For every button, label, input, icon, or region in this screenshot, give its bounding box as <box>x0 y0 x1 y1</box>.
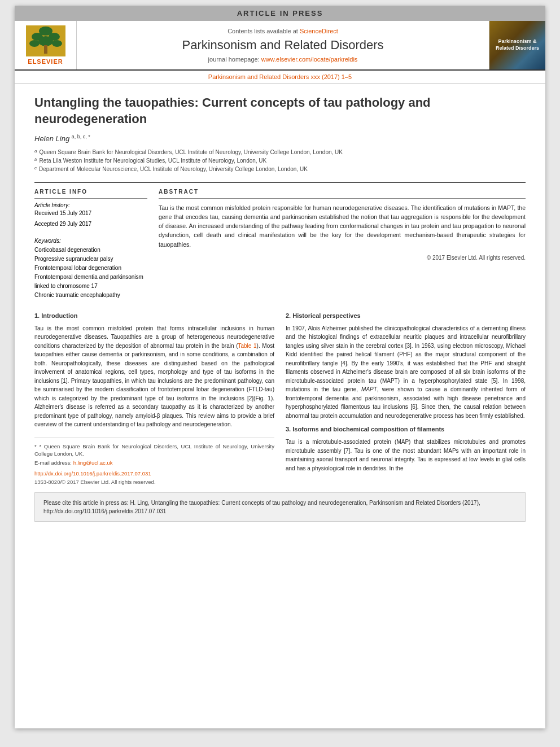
citation-text: Parkinsonism and Related Disorders xxx (… <box>208 73 352 80</box>
doi-line: http://dx.doi.org/10.1016/j.parkreldis.2… <box>34 470 274 478</box>
elsevier-brand-text: ELSEVIER <box>28 58 63 65</box>
affiliations: a Queen Square Brain Bank for Neurologic… <box>34 148 526 173</box>
sciencedirect-line: Contents lists available at ScienceDirec… <box>228 28 338 34</box>
elsevier-tree-image <box>26 25 65 56</box>
isoforms-heading: 3. Isoforms and biochemical composition … <box>286 425 526 434</box>
bottom-citation-box: Please cite this article in press as: H.… <box>34 492 526 522</box>
svg-point-4 <box>29 40 40 47</box>
header-divider <box>34 182 526 183</box>
article-info-panel: ARTICLE INFO Article history: Received 1… <box>34 189 147 300</box>
abstract-text: Tau is the most common misfolded protein… <box>159 203 526 249</box>
abstract-panel: ABSTRACT Tau is the most common misfolde… <box>159 189 526 300</box>
svg-point-6 <box>52 40 62 47</box>
article-info-title: ARTICLE INFO <box>34 189 147 195</box>
page: ARTICLE IN PRESS ELSEVIER <box>15 6 545 728</box>
footnote-asterisk-text: * Queen Square Brain Bank for Neurologic… <box>34 443 274 457</box>
article-title: Untangling the tauopathies: Current conc… <box>34 95 526 127</box>
email-label: E-mail address: <box>34 460 72 466</box>
table1-ref[interactable]: Table 1 <box>238 343 256 349</box>
body-col-left: 1. Introduction Tau is the most common m… <box>34 311 274 487</box>
footnote-email-line: E-mail address: h.ling@ucl.ac.uk <box>34 459 274 466</box>
email-link[interactable]: h.ling@ucl.ac.uk <box>73 460 113 466</box>
sciencedirect-link[interactable]: ScienceDirect <box>300 28 338 34</box>
aip-banner: ARTICLE IN PRESS <box>15 6 545 21</box>
historical-para-1: In 1907, Alois Alzheimer published the c… <box>286 324 526 421</box>
elsevier-logo: ELSEVIER <box>15 21 77 69</box>
affiliation-1: a Queen Square Brain Bank for Neurologic… <box>34 148 526 156</box>
received-date: Received 15 July 2017 <box>34 210 147 216</box>
abstract-title: ABSTRACT <box>159 189 526 195</box>
historical-heading: 2. Historical perspectives <box>286 311 526 321</box>
bottom-citation-text: Please cite this article in press as: H.… <box>43 500 480 514</box>
issn-line: 1353-8020/© 2017 Elsevier Ltd. All right… <box>34 478 274 487</box>
author-sup: a, b, c, * <box>72 134 90 139</box>
keyword-4: Frontotemporal dementia and parkinsonism… <box>34 273 147 291</box>
keywords-label: Keywords: <box>34 238 147 244</box>
keyword-3: Frontotemporal lobar degeneration <box>34 264 147 273</box>
homepage-line: journal homepage: www.elsevier.com/locat… <box>208 56 358 63</box>
article-content: Untangling the tauopathies: Current conc… <box>15 84 545 530</box>
keyword-1: Corticobasal degeneration <box>34 246 147 255</box>
footnote-asterisk: * * Queen Square Brain Bank for Neurolog… <box>34 443 274 458</box>
svg-point-5 <box>38 36 53 46</box>
citation-line: Parkinsonism and Related Disorders xxx (… <box>15 71 545 84</box>
body-columns: 1. Introduction Tau is the most common m… <box>34 311 526 487</box>
intro-heading: 1. Introduction <box>34 311 274 321</box>
journal-cover-image: Parkinsonism & Related Disorders <box>489 21 545 69</box>
keyword-2: Progressive supranuclear palsy <box>34 255 147 264</box>
body-col-right: 2. Historical perspectives In 1907, Aloi… <box>286 311 526 487</box>
info-abstract-section: ARTICLE INFO Article history: Received 1… <box>34 189 526 300</box>
journal-title-display: Parkinsonism and Related Disorders <box>182 38 383 53</box>
author-name: Helen Ling <box>34 135 69 143</box>
svg-rect-7 <box>44 45 47 54</box>
intro-para-1: Tau is the most common misfolded protein… <box>34 324 274 429</box>
affiliation-3: c Department of Molecular Neuroscience, … <box>34 165 526 173</box>
doi-link[interactable]: http://dx.doi.org/10.1016/j.parkreldis.2… <box>34 470 151 477</box>
keyword-5: Chronic traumatic encephalopathy <box>34 291 147 300</box>
affiliation-2: b Reta Lila Weston Institute for Neurolo… <box>34 156 526 165</box>
copyright-line: © 2017 Elsevier Ltd. All rights reserved… <box>159 255 526 261</box>
journal-cover-text: Parkinsonism & Related Disorders <box>489 36 545 54</box>
accepted-date: Accepted 29 July 2017 <box>34 221 147 227</box>
footnotes: * * Queen Square Brain Bank for Neurolog… <box>34 438 274 487</box>
homepage-link[interactable]: www.elsevier.com/locate/parkreldis <box>261 56 358 63</box>
journal-center: Contents lists available at ScienceDirec… <box>77 21 489 69</box>
keywords-list: Corticobasal degeneration Progressive su… <box>34 246 147 300</box>
journal-header: ELSEVIER Contents lists available at Sci… <box>15 21 545 71</box>
history-label: Article history: <box>34 202 147 208</box>
isoforms-para-1: Tau is a microtubule-associated protein … <box>286 438 526 473</box>
aip-banner-text: ARTICLE IN PRESS <box>237 9 323 18</box>
author-line: Helen Ling a, b, c, * <box>34 134 526 143</box>
